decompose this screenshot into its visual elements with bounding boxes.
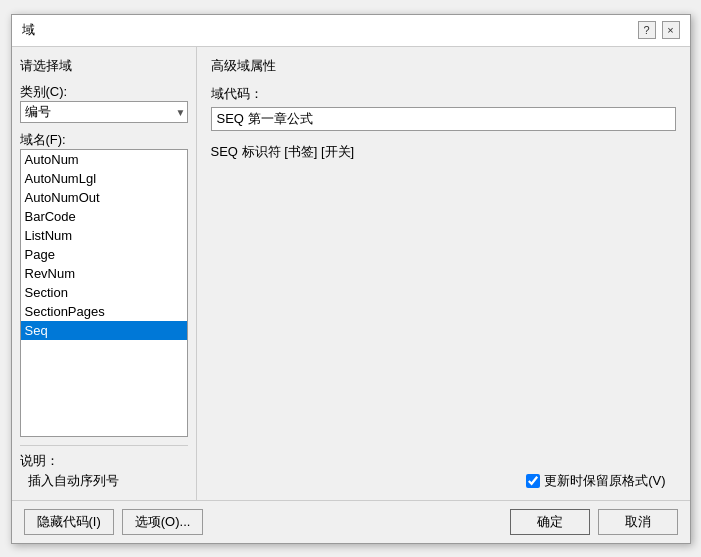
description-label: 说明： <box>20 453 59 468</box>
list-item[interactable]: Seq <box>21 321 187 340</box>
list-item[interactable]: RevNum <box>21 264 187 283</box>
preserve-format-row: 更新时保留原格式(V) <box>211 472 676 490</box>
list-item[interactable]: AutoNumLgl <box>21 169 187 188</box>
right-panel: 高级域属性 域代码： SEQ 标识符 [书签] [开关] 更新时保留原格式(V) <box>197 47 690 500</box>
fieldname-label-row: 域名(F): <box>20 131 188 149</box>
category-label: 类别(C): <box>20 83 68 101</box>
list-item[interactable]: AutoNum <box>21 150 187 169</box>
dialog-footer: 隐藏代码(I) 选项(O)... 确定 取消 <box>12 500 690 543</box>
title-bar: 域 ? × <box>12 15 690 47</box>
help-button[interactable]: ? <box>638 21 656 39</box>
description-text: 插入自动序列号 <box>20 472 188 490</box>
list-item[interactable]: SectionPages <box>21 302 187 321</box>
footer-right-buttons: 确定 取消 <box>510 509 678 535</box>
spacer <box>211 171 676 462</box>
preserve-format-checkbox[interactable] <box>526 474 540 488</box>
list-item[interactable]: Section <box>21 283 187 302</box>
dialog-body: 请选择域 类别(C): 编号 ▼ 域名(F): AutoNumAutoNumLg… <box>12 47 690 500</box>
category-section: 类别(C): 编号 ▼ <box>20 83 188 123</box>
options-button[interactable]: 选项(O)... <box>122 509 204 535</box>
list-item[interactable]: ListNum <box>21 226 187 245</box>
left-panel: 请选择域 类别(C): 编号 ▼ 域名(F): AutoNumAutoNumLg… <box>12 47 197 500</box>
description-section: 说明： 插入自动序列号 <box>20 445 188 490</box>
hide-code-button[interactable]: 隐藏代码(I) <box>24 509 114 535</box>
advanced-title: 高级域属性 <box>211 57 676 75</box>
category-select-wrapper: 编号 ▼ <box>20 101 188 123</box>
category-label-row: 类别(C): <box>20 83 188 101</box>
close-button[interactable]: × <box>662 21 680 39</box>
dialog-title: 域 <box>22 21 35 39</box>
field-code-section: 域代码： <box>211 85 676 131</box>
select-field-title: 请选择域 <box>20 57 188 75</box>
fieldname-label: 域名(F): <box>20 131 66 149</box>
list-item[interactable]: AutoNumOut <box>21 188 187 207</box>
cancel-button[interactable]: 取消 <box>598 509 678 535</box>
preserve-format-label: 更新时保留原格式(V) <box>544 472 665 490</box>
field-code-label: 域代码： <box>211 85 676 103</box>
list-item[interactable]: Page <box>21 245 187 264</box>
list-item[interactable]: BarCode <box>21 207 187 226</box>
field-code-input[interactable] <box>211 107 676 131</box>
category-select[interactable]: 编号 <box>20 101 188 123</box>
field-dialog: 域 ? × 请选择域 类别(C): 编号 ▼ 域名(F): <box>11 14 691 544</box>
title-controls: ? × <box>638 21 680 39</box>
fieldname-section: 域名(F): AutoNumAutoNumLglAutoNumOutBarCod… <box>20 131 188 437</box>
ok-button[interactable]: 确定 <box>510 509 590 535</box>
footer-left-buttons: 隐藏代码(I) 选项(O)... <box>24 509 204 535</box>
field-info-text: SEQ 标识符 [书签] [开关] <box>211 143 676 161</box>
field-list[interactable]: AutoNumAutoNumLglAutoNumOutBarCodeListNu… <box>20 149 188 437</box>
